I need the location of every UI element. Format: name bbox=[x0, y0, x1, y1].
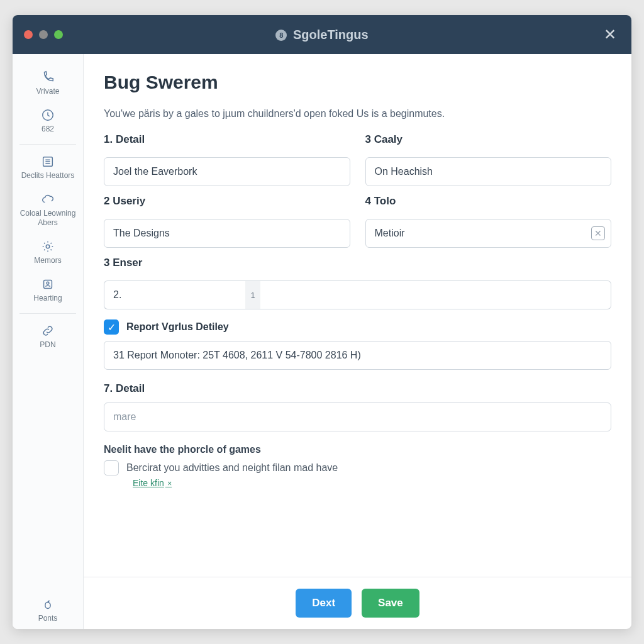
report-check-label: Report Vgrlus Detiley bbox=[126, 321, 229, 333]
phone-icon bbox=[41, 70, 55, 84]
sidebar-item-label: Coloal Leowning Abers bbox=[15, 209, 80, 227]
detail7-input[interactable] bbox=[104, 402, 611, 431]
svg-point-4 bbox=[47, 282, 49, 285]
field-2-useriy: 2 Useriy bbox=[104, 195, 350, 210]
save-button[interactable]: Save bbox=[362, 589, 419, 618]
detail-input[interactable] bbox=[104, 157, 350, 186]
sidebar-item-label: PDN bbox=[40, 340, 55, 349]
apple-icon bbox=[41, 597, 55, 611]
close-icon[interactable]: ✕ bbox=[600, 23, 620, 46]
agree-checkbox[interactable] bbox=[104, 460, 119, 475]
agree-label: Bercirat you advitties and neight filan … bbox=[126, 462, 338, 474]
svg-point-2 bbox=[46, 245, 50, 248]
titlebar-title: 8 SgoleTingus bbox=[13, 28, 631, 42]
cloud-icon bbox=[41, 192, 55, 206]
useriy-input[interactable] bbox=[104, 219, 350, 248]
form-grid: 1. Detail 3 Caaly 2 Useriy 4 Tolo bbox=[104, 133, 611, 309]
field-label: 3 Caaly bbox=[365, 133, 612, 146]
titlebar: 8 SgoleTingus ✕ bbox=[13, 15, 631, 54]
sidebar-item-coloal[interactable]: Coloal Leowning Abers bbox=[13, 186, 83, 233]
field-7-detail-label: 7. Detail bbox=[104, 382, 611, 395]
field-label: 1. Detail bbox=[104, 133, 350, 146]
enser-input-a[interactable] bbox=[104, 280, 245, 309]
sidebar-item-label: Vrivate bbox=[36, 87, 60, 96]
next-button[interactable]: Dext bbox=[296, 589, 352, 618]
field-3-enser: 3 Enser bbox=[104, 257, 611, 272]
sidebar-separator bbox=[19, 313, 76, 314]
report-checkbox[interactable]: ✓ bbox=[104, 319, 119, 335]
sidebar-separator bbox=[19, 144, 76, 145]
sidebar: Vrivate 682 Declits Heattors Coloal bbox=[13, 54, 84, 629]
caaly-input[interactable] bbox=[365, 157, 612, 186]
page-title: Bug Swerem bbox=[104, 72, 611, 93]
field-label: 2 Useriy bbox=[104, 195, 350, 208]
titlebar-badge: 8 bbox=[275, 30, 287, 41]
sidebar-item-hearting[interactable]: Hearting bbox=[13, 271, 83, 309]
maximize-window-button[interactable] bbox=[54, 30, 63, 39]
report-value-input[interactable] bbox=[104, 341, 611, 370]
main-area: Bug Swerem You'we päris by a gales to jµ… bbox=[84, 54, 631, 629]
sidebar-item-declits[interactable]: Declits Heattors bbox=[13, 148, 83, 186]
sidebar-item-label: 682 bbox=[42, 125, 54, 133]
tolo-input[interactable] bbox=[365, 219, 612, 248]
footer: Dext Save bbox=[84, 577, 631, 629]
gear-icon bbox=[41, 240, 55, 253]
enser-input-b[interactable] bbox=[260, 280, 611, 309]
app-window: 8 SgoleTingus ✕ Vrivate 682 bbox=[13, 15, 631, 629]
clock-icon bbox=[41, 108, 55, 122]
sidebar-item-pdn[interactable]: PDN bbox=[13, 318, 83, 355]
page-intro: You'we päris by a gales to jµum chuildne… bbox=[104, 108, 611, 119]
sidebar-item-label: Declits Heattors bbox=[21, 171, 75, 180]
report-check-row: ✓ Report Vgrlus Detiley bbox=[104, 319, 611, 335]
minimize-window-button[interactable] bbox=[39, 30, 48, 39]
sidebar-item-682[interactable]: 682 bbox=[13, 102, 83, 140]
field-label: 3 Enser bbox=[104, 257, 611, 269]
sidebar-item-label: Memors bbox=[34, 256, 61, 265]
id-card-icon bbox=[41, 277, 55, 291]
form-content: Bug Swerem You'we päris by a gales to jµ… bbox=[84, 54, 631, 577]
sidebar-item-label: Hearting bbox=[33, 294, 62, 303]
tolo-input-wrapper: ✕ bbox=[365, 219, 612, 248]
eite-link[interactable]: Eite kfin × bbox=[133, 478, 172, 488]
field-4-tolo: 4 Tolo bbox=[365, 195, 612, 210]
sidebar-item-memors[interactable]: Memors bbox=[13, 233, 83, 271]
sidebar-item-vrivate[interactable]: Vrivate bbox=[13, 64, 83, 102]
field-label: 4 Tolo bbox=[365, 195, 612, 208]
list-icon bbox=[41, 155, 55, 169]
enser-separator: 1 bbox=[245, 280, 260, 309]
field-1-detail: 1. Detail bbox=[104, 133, 350, 148]
close-window-button[interactable] bbox=[24, 30, 33, 39]
link-icon bbox=[41, 324, 55, 338]
window-controls bbox=[24, 30, 63, 39]
section-subheading: Neelit have the phorcle of games bbox=[104, 444, 611, 455]
field-3-caaly: 3 Caaly bbox=[365, 133, 612, 148]
agree-row: Bercirat you advitties and neight filan … bbox=[104, 460, 611, 475]
window-body: Vrivate 682 Declits Heattors Coloal bbox=[13, 54, 631, 629]
clear-icon[interactable]: ✕ bbox=[591, 226, 605, 240]
app-name: SgoleTingus bbox=[293, 28, 369, 42]
sidebar-item-label: Ponts bbox=[38, 614, 58, 623]
enser-combo: 1 bbox=[104, 280, 611, 309]
sidebar-item-ponts[interactable]: Ponts bbox=[13, 591, 83, 629]
